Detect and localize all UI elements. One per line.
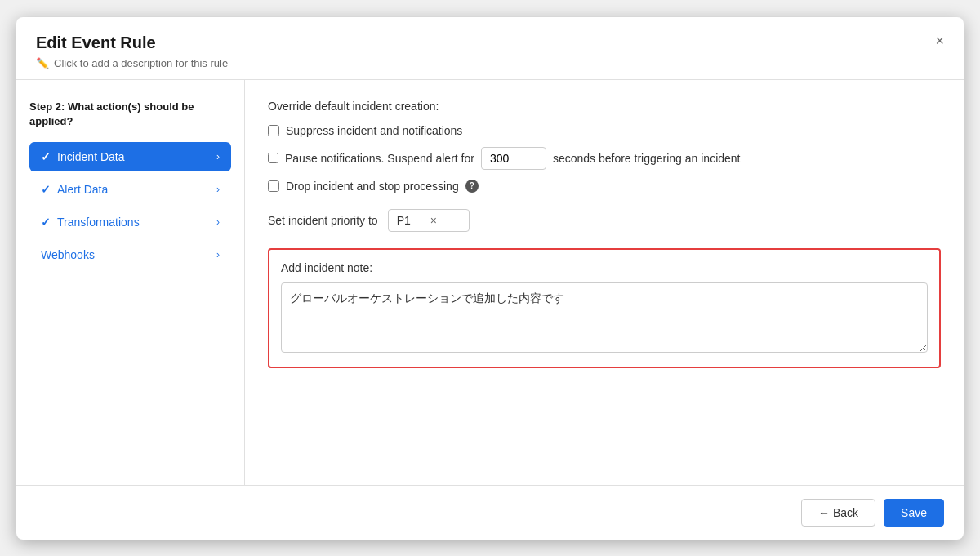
priority-label: Set incident priority to <box>268 214 378 227</box>
content-area: Override default incident creation: Supp… <box>245 80 964 485</box>
suppress-label[interactable]: Suppress incident and notifications <box>286 124 462 137</box>
modal-title: Edit Event Rule <box>36 33 944 52</box>
pause-seconds-input[interactable] <box>481 147 546 170</box>
modal-footer: ← Back Save <box>16 485 964 540</box>
sidebar-item-label: Webhooks <box>41 248 95 261</box>
modal-header: Edit Event Rule ✏️ Click to add a descri… <box>16 17 964 80</box>
priority-value: P1 <box>397 214 411 227</box>
sidebar-item-label: Alert Data <box>57 183 108 196</box>
modal-description[interactable]: ✏️ Click to add a description for this r… <box>36 57 944 69</box>
sidebar-item-transformations[interactable]: ✓ Transformations › <box>29 207 231 237</box>
close-button[interactable]: × <box>932 30 947 51</box>
modal: Edit Event Rule ✏️ Click to add a descri… <box>16 17 964 540</box>
item-left: Webhooks <box>41 248 95 261</box>
item-left: ✓ Incident Data <box>41 150 125 163</box>
override-label: Override default incident creation: <box>268 100 941 113</box>
chevron-right-icon: › <box>216 184 220 195</box>
save-button[interactable]: Save <box>884 499 944 527</box>
help-icon[interactable]: ? <box>466 180 479 193</box>
sidebar-item-incident-data[interactable]: ✓ Incident Data › <box>29 142 231 171</box>
pause-label[interactable]: Pause notifications. Suspend alert for <box>285 152 474 165</box>
suppress-row: Suppress incident and notifications <box>268 124 941 137</box>
drop-row: Drop incident and stop processing ? <box>268 180 941 193</box>
description-placeholder: Click to add a description for this rule <box>54 57 228 69</box>
pencil-icon: ✏️ <box>36 57 49 69</box>
pause-row: Pause notifications. Suspend alert for s… <box>268 147 941 170</box>
note-label: Add incident note: <box>281 261 928 274</box>
priority-select[interactable]: P1 × <box>388 209 470 232</box>
note-section: Add incident note: グローバルオーケストレーションで追加した内… <box>268 248 941 368</box>
priority-clear-button[interactable]: × <box>430 215 437 226</box>
checkmark-icon: ✓ <box>41 183 51 196</box>
drop-label[interactable]: Drop incident and stop processing <box>286 180 459 193</box>
back-button[interactable]: ← Back <box>801 499 875 527</box>
chevron-right-icon: › <box>216 249 220 260</box>
checkmark-icon: ✓ <box>41 216 51 229</box>
chevron-right-icon: › <box>216 216 220 228</box>
checkmark-icon: ✓ <box>41 150 51 163</box>
pause-checkbox[interactable] <box>268 153 278 163</box>
chevron-right-icon: › <box>216 151 220 162</box>
sidebar-item-label: Incident Data <box>57 150 125 163</box>
sidebar-item-webhooks[interactable]: Webhooks › <box>29 240 231 269</box>
item-left: ✓ Alert Data <box>41 183 108 196</box>
sidebar-item-alert-data[interactable]: ✓ Alert Data › <box>29 175 231 204</box>
suppress-checkbox[interactable] <box>268 125 279 136</box>
drop-checkbox[interactable] <box>268 180 279 192</box>
sidebar-item-label: Transformations <box>57 216 140 229</box>
modal-body: Step 2: What action(s) should be applied… <box>16 80 964 485</box>
note-textarea[interactable]: グローバルオーケストレーションで追加した内容です <box>281 282 928 353</box>
sidebar: Step 2: What action(s) should be applied… <box>16 80 245 485</box>
pause-suffix: seconds before triggering an incident <box>553 152 741 165</box>
item-left: ✓ Transformations <box>41 216 140 229</box>
priority-row: Set incident priority to P1 × <box>268 209 941 232</box>
step-label: Step 2: What action(s) should be applied… <box>29 100 231 129</box>
